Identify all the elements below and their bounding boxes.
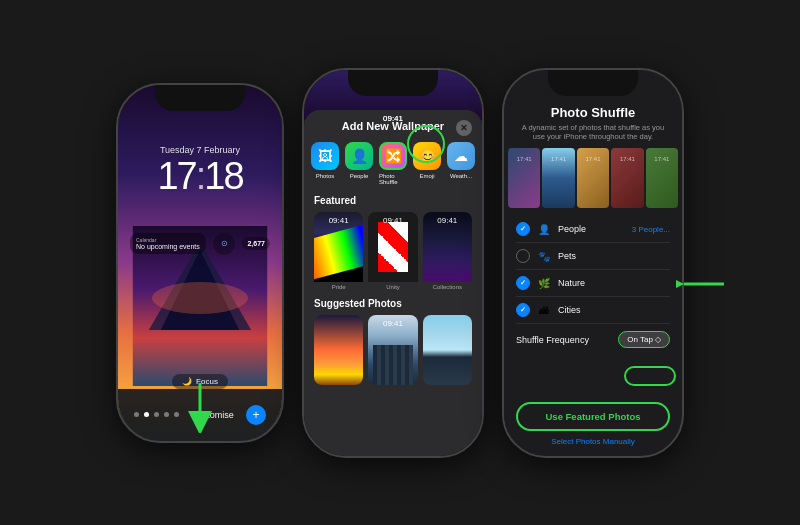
p3-footer: Use Featured Photos Select Photos Manual… [504, 396, 682, 456]
dot-4 [164, 412, 169, 417]
suggested-2[interactable]: 09:41 [368, 315, 417, 385]
strip-photo-5: 17:41 [646, 148, 678, 208]
scene: Tuesday 7 February 17:18 Calendar No upc… [0, 0, 800, 525]
phone-3-wrapper: Photo Shuffle A dynamic set of photos th… [502, 68, 684, 458]
collections-preview: 09:41 [423, 212, 472, 282]
phone-photo-shuffle: Photo Shuffle A dynamic set of photos th… [502, 68, 684, 458]
photos-icon: 🖼 [311, 142, 339, 170]
dot-3 [154, 412, 159, 417]
pride-label: Pride [314, 284, 363, 290]
people-cat-icon: 👤 [536, 221, 552, 237]
sunset-preview: 09:41 [314, 315, 363, 385]
p3-subtitle: A dynamic set of photos that shuffle as … [516, 123, 670, 143]
category-pets[interactable]: 🐾 Pets [516, 243, 670, 270]
cities-cat-name: Cities [558, 305, 670, 315]
type-photo-shuffle-label: Photo Shuffle [379, 173, 407, 185]
p3-categories: 👤 People 3 People... 🐾 Pets 🌿 Nature [504, 216, 682, 324]
featured-collections[interactable]: 09:41 Collections [423, 212, 472, 290]
type-emoji[interactable]: 😊 Emoji [413, 142, 441, 185]
cities-checkbox[interactable] [516, 303, 530, 317]
people-checkbox[interactable] [516, 222, 530, 236]
svg-point-3 [152, 282, 248, 314]
p3-title: Photo Shuffle [516, 105, 670, 120]
featured-label: Featured [314, 195, 472, 206]
wallpaper-types: 🖼 Photos 👤 People 🔀 Photo Shuffle � [314, 142, 472, 185]
type-people-label: People [350, 173, 369, 179]
type-photos-label: Photos [316, 173, 335, 179]
type-photos[interactable]: 🖼 Photos [311, 142, 339, 185]
type-emoji-label: Emoji [419, 173, 434, 179]
select-manually-link[interactable]: Select Photos Manually [516, 437, 670, 446]
lockscreen-time: 17:18 [118, 157, 282, 195]
collections-time: 09:41 [423, 216, 472, 225]
dot-1 [134, 412, 139, 417]
nature-cat-icon: 🌿 [536, 275, 552, 291]
plus-button[interactable]: + [246, 405, 266, 425]
type-photo-shuffle[interactable]: 🔀 Photo Shuffle [379, 142, 407, 185]
cal-title: Calendar [136, 237, 200, 243]
emoji-icon: 😊 [413, 142, 441, 170]
category-cities[interactable]: 🏙 Cities [516, 297, 670, 324]
suggested-1[interactable]: 09:41 [314, 315, 363, 385]
unity-label: Unity [368, 284, 417, 290]
suggested-time-2: 09:41 [368, 319, 417, 328]
strip-photo-4: 17:41 [611, 148, 643, 208]
shuffle-freq-value[interactable]: On Tap ◇ [618, 331, 670, 348]
unity-time: 09:41 [368, 216, 417, 225]
featured-grid: 09:41 Pride 09:41 Unity 09:4 [314, 212, 472, 290]
modal-sheet: Add New Wallpaper ✕ 🖼 Photos 👤 People [304, 110, 482, 456]
strip-photo-2: 17:41 [542, 148, 574, 208]
cal-main: No upcoming events [136, 243, 200, 250]
photo-shuffle-icon: 🔀 [379, 142, 407, 170]
time-hours: 17 [157, 155, 195, 197]
photo-strip: 17:41 17:41 17:41 17:41 17:41 [504, 148, 682, 208]
lockscreen-widgets: Calendar No upcoming events ⊙ 2,677 [130, 233, 270, 255]
phone-wallpaper-picker: Add New Wallpaper ✕ 🖼 Photos 👤 People [302, 68, 484, 458]
freq-value-text: On Tap [627, 335, 653, 344]
dot-5 [174, 412, 179, 417]
wallpaper-screen: Add New Wallpaper ✕ 🖼 Photos 👤 People [304, 70, 482, 456]
arrow-left-pets [676, 273, 726, 295]
people-icon: 👤 [345, 142, 373, 170]
pets-checkbox[interactable] [516, 249, 530, 263]
time-minutes: 18 [204, 155, 242, 197]
people-cat-name: People [558, 224, 626, 234]
pets-cat-name: Pets [558, 251, 664, 261]
ring-widget: ⊙ [213, 233, 235, 255]
arrow-down-1 [185, 383, 215, 433]
shuffle-frequency-row: Shuffle Frequency On Tap ◇ [504, 324, 682, 355]
category-nature[interactable]: 🌿 Nature [516, 270, 670, 297]
nature-checkbox[interactable] [516, 276, 530, 290]
number-widget: 2,677 [242, 237, 270, 250]
freq-chevron: ◇ [655, 335, 661, 344]
featured-pride[interactable]: 09:41 Pride [314, 212, 363, 290]
category-people[interactable]: 👤 People 3 People... [516, 216, 670, 243]
suggested-label: Suggested Photos [314, 298, 472, 309]
photo-shuffle-screen: Photo Shuffle A dynamic set of photos th… [504, 70, 682, 456]
calendar-widget: Calendar No upcoming events [130, 233, 206, 254]
nature-cat-name: Nature [558, 278, 670, 288]
suggested-3[interactable]: 09:41 [423, 315, 472, 385]
pride-time: 09:41 [314, 216, 363, 225]
strip-photo-1: 17:41 [508, 148, 540, 208]
phone-1-wrapper: Tuesday 7 February 17:18 Calendar No upc… [116, 83, 284, 443]
type-weather[interactable]: ☁ Weath... [447, 142, 475, 185]
lockscreen-date: Tuesday 7 February [118, 145, 282, 155]
dot-2 [144, 412, 149, 417]
shuffle-freq-label: Shuffle Frequency [516, 335, 589, 345]
type-weather-label: Weath... [450, 173, 472, 179]
strip-photo-3: 17:41 [577, 148, 609, 208]
p3-header: Photo Shuffle A dynamic set of photos th… [504, 70, 682, 149]
time-colon: : [196, 155, 205, 197]
featured-unity[interactable]: 09:41 Unity [368, 212, 417, 290]
use-featured-button[interactable]: Use Featured Photos [516, 402, 670, 431]
city-preview: 09:41 [423, 315, 472, 385]
suggested-grid: 09:41 09:41 09:41 [314, 315, 472, 385]
phone-2-wrapper: Add New Wallpaper ✕ 🖼 Photos 👤 People [302, 68, 484, 458]
pride-preview: 09:41 [314, 212, 363, 282]
weather-icon: ☁ [447, 142, 475, 170]
type-people[interactable]: 👤 People [345, 142, 373, 185]
people-action[interactable]: 3 People... [632, 225, 670, 234]
lockscreen-time-display: Tuesday 7 February 17:18 [118, 145, 282, 195]
pets-cat-icon: 🐾 [536, 248, 552, 264]
